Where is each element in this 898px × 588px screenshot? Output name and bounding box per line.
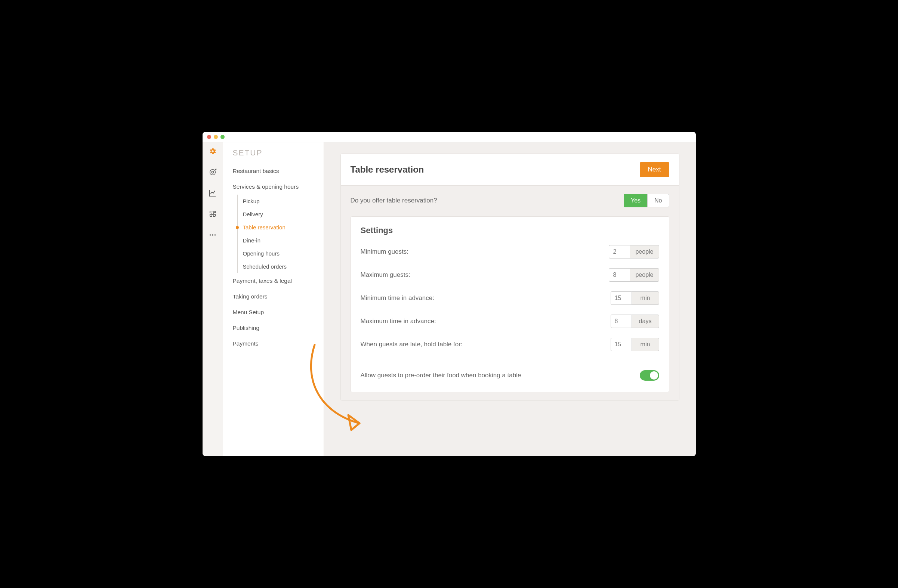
unit-label: people <box>630 245 659 258</box>
field-max-advance: Maximum time in advance: days <box>361 315 659 328</box>
preorder-label: Allow guests to pre-order their food whe… <box>361 372 521 379</box>
next-button[interactable]: Next <box>640 162 669 177</box>
field-min-guests: Minimum guests: people <box>361 245 659 258</box>
field-label: Maximum time in advance: <box>361 318 436 325</box>
field-hold-table: When guests are late, hold table for: mi… <box>361 338 659 351</box>
svg-point-1 <box>212 171 214 173</box>
offer-no-button[interactable]: No <box>647 194 669 207</box>
hold-table-input[interactable] <box>610 338 632 351</box>
page-card: Table reservation Next Do you offer tabl… <box>340 154 680 401</box>
nav-sub-pickup[interactable]: Pickup <box>238 195 324 208</box>
rail-setup-icon[interactable] <box>208 147 217 156</box>
settings-heading: Settings <box>361 226 659 235</box>
rail-puzzle-icon[interactable] <box>208 210 217 218</box>
nav-taking-orders[interactable]: Taking orders <box>223 289 324 304</box>
icon-rail <box>203 142 223 456</box>
window-minimize-icon[interactable] <box>214 135 218 139</box>
min-advance-input[interactable] <box>610 292 632 305</box>
nav-sub-delivery[interactable]: Delivery <box>238 208 324 221</box>
min-guests-input[interactable] <box>609 245 630 258</box>
nav-payment-taxes[interactable]: Payment, taxes & legal <box>223 273 324 289</box>
nav-sub-opening-hours[interactable]: Opening hours <box>238 247 324 260</box>
window-maximize-icon[interactable] <box>220 135 224 139</box>
main-content: Table reservation Next Do you offer tabl… <box>324 142 696 456</box>
field-label: Minimum time in advance: <box>361 294 434 302</box>
nav-services-subnav: Pickup Delivery Table reservation Dine-i… <box>237 195 324 273</box>
svg-point-2 <box>209 234 211 236</box>
rail-target-icon[interactable] <box>208 168 217 177</box>
sidebar: SETUP Restaurant basics Services & openi… <box>223 142 324 456</box>
field-min-advance: Minimum time in advance: min <box>361 292 659 305</box>
rail-more-icon[interactable] <box>208 230 217 239</box>
unit-label: min <box>632 292 659 305</box>
preorder-switch[interactable] <box>640 370 659 381</box>
nav-menu-setup[interactable]: Menu Setup <box>223 304 324 320</box>
settings-card: Settings Minimum guests: people Maximum … <box>351 216 669 392</box>
rail-chart-icon[interactable] <box>208 189 217 198</box>
offer-question-section: Do you offer table reservation? Yes No S… <box>341 185 679 401</box>
max-advance-input[interactable] <box>610 315 632 328</box>
unit-label: min <box>632 338 659 351</box>
sidebar-title: SETUP <box>223 148 324 163</box>
window-titlebar <box>203 132 696 142</box>
offer-yes-button[interactable]: Yes <box>624 194 647 207</box>
unit-label: people <box>630 268 659 282</box>
offer-yes-no-toggle: Yes No <box>624 194 669 207</box>
svg-point-4 <box>214 234 215 236</box>
nav-payments[interactable]: Payments <box>223 336 324 352</box>
field-max-guests: Maximum guests: people <box>361 268 659 282</box>
offer-question-text: Do you offer table reservation? <box>351 197 437 204</box>
nav-sub-dine-in[interactable]: Dine-in <box>238 234 324 247</box>
switch-knob <box>650 372 658 379</box>
nav-sub-table-reservation[interactable]: Table reservation <box>238 221 324 234</box>
nav-restaurant-basics[interactable]: Restaurant basics <box>223 163 324 179</box>
field-label: Maximum guests: <box>361 271 410 279</box>
unit-label: days <box>632 315 659 328</box>
divider <box>361 361 659 361</box>
svg-point-3 <box>212 234 214 236</box>
browser-window: SETUP Restaurant basics Services & openi… <box>203 132 696 456</box>
field-label: Minimum guests: <box>361 248 409 255</box>
field-label: When guests are late, hold table for: <box>361 341 463 348</box>
nav-sub-scheduled-orders[interactable]: Scheduled orders <box>238 260 324 273</box>
nav-publishing[interactable]: Publishing <box>223 320 324 336</box>
page-title: Table reservation <box>351 164 424 175</box>
max-guests-input[interactable] <box>609 268 630 282</box>
page-header: Table reservation Next <box>341 154 679 185</box>
preorder-toggle-row: Allow guests to pre-order their food whe… <box>361 370 659 381</box>
window-close-icon[interactable] <box>207 135 211 139</box>
nav-services-opening[interactable]: Services & opening hours <box>223 179 324 195</box>
